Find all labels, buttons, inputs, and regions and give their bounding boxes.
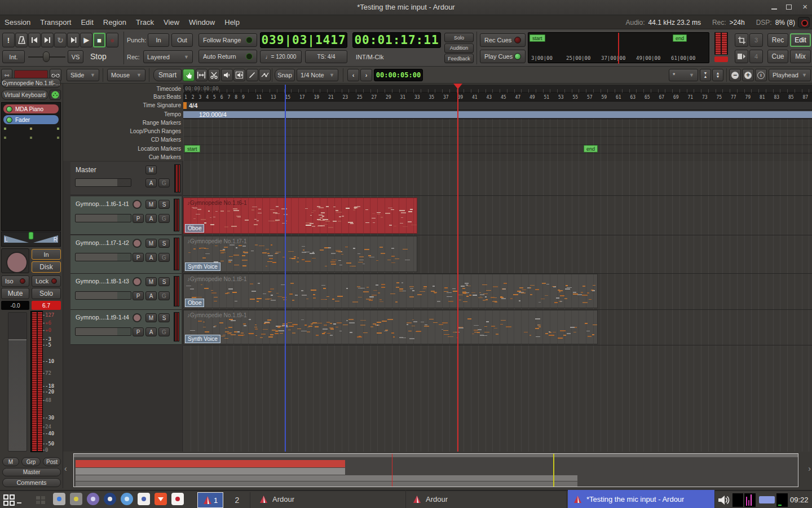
monitor-solo-button[interactable]: Solo: [444, 33, 474, 42]
ruler-label-range-markers[interactable]: Range Markers: [63, 120, 181, 126]
close-icon[interactable]: ×: [802, 2, 807, 11]
follow-range-button[interactable]: Follow Range: [198, 33, 257, 47]
task-window-2[interactable]: Ardour: [407, 490, 567, 508]
strip-track-name[interactable]: Gymnopedie No.1.t6-...: [1, 78, 61, 88]
ruler-label-loop-punch-ranges[interactable]: Loop/Punch Ranges: [63, 128, 181, 134]
ruler-label-bars-beats[interactable]: Bars:Beats: [63, 94, 181, 100]
track-mute-button[interactable]: M: [145, 200, 157, 209]
summary-scroll-left-icon[interactable]: ‹: [64, 464, 67, 473]
ruler-label-tempo[interactable]: Tempo: [63, 111, 181, 117]
panner[interactable]: L R: [1, 231, 61, 247]
mix-page-button[interactable]: Mix: [790, 50, 811, 63]
meter-post-button[interactable]: Post: [43, 457, 61, 466]
track-name[interactable]: Gymnop....1.t8-1-t3: [76, 278, 129, 284]
rec-mode-dropdown[interactable]: Layered▼: [143, 50, 193, 63]
marker-rulers[interactable]: [183, 119, 812, 161]
launcher-document-icon[interactable]: [138, 493, 150, 505]
track-automation-button[interactable]: A: [145, 253, 157, 262]
volume-icon[interactable]: [717, 494, 731, 506]
ruler-label-location-markers[interactable]: Location Markers: [63, 146, 181, 152]
tool-timefx-button[interactable]: [233, 69, 245, 81]
mini-end-marker[interactable]: end: [673, 34, 687, 42]
strip-view-button[interactable]: [735, 50, 748, 63]
track-solo-button[interactable]: S: [158, 313, 170, 322]
track-solo-button[interactable]: S: [158, 200, 170, 209]
monitor-audition-button[interactable]: Audition: [444, 43, 474, 53]
zoom-out-button[interactable]: −: [729, 69, 741, 81]
tool-cut-button[interactable]: [208, 69, 220, 81]
goto-end-button[interactable]: [41, 33, 54, 47]
track-header-t6[interactable]: Gymnop....1.t6-1-t1MSPAG: [70, 196, 182, 235]
title-bar[interactable]: *Testing the mic input - Ardour ×: [0, 0, 812, 15]
track-rec-enable-button[interactable]: [133, 200, 142, 209]
maximize-icon[interactable]: [786, 5, 792, 10]
peak-display[interactable]: 6.7: [32, 301, 61, 310]
tool-edit-button[interactable]: [259, 69, 271, 81]
marker-dropdown[interactable]: *▼: [669, 69, 698, 81]
workspace-1-button[interactable]: 1: [197, 492, 223, 508]
comments-button[interactable]: Comments: [2, 478, 61, 487]
pager-icon[interactable]: [36, 496, 45, 504]
marker-tool-button[interactable]: [735, 33, 748, 47]
edit-mode-dropdown[interactable]: Slide▼: [67, 69, 99, 81]
menu-item-region[interactable]: Region: [103, 18, 126, 27]
virtual-keyboard-button[interactable]: Virtual Keyboard: [1, 90, 48, 100]
launcher-chromium-icon[interactable]: [121, 493, 133, 505]
track-fader[interactable]: [75, 253, 131, 261]
region-chip-synth-voice[interactable]: Synth Voice: [185, 335, 220, 343]
track-automation-button[interactable]: A: [145, 327, 157, 336]
processor-box[interactable]: MDA PianoFader: [1, 102, 61, 231]
play-range-button[interactable]: [67, 33, 80, 47]
track-rec-enable-button[interactable]: [133, 239, 142, 248]
track-playlist-button[interactable]: P: [133, 327, 144, 336]
midi-panic-button[interactable]: !: [2, 33, 15, 47]
snap-button[interactable]: Snap: [275, 69, 295, 81]
mini-timeline[interactable]: start end 3|00|0025|00|0037|00|0049|00|0…: [528, 32, 709, 63]
nudge-forward-button[interactable]: ›: [360, 69, 372, 81]
group-button[interactable]: Grp: [21, 457, 41, 466]
menu-item-help[interactable]: Help: [224, 18, 240, 27]
processor-mda-piano[interactable]: MDA Piano: [3, 104, 59, 113]
page-3-button[interactable]: 3: [749, 33, 763, 47]
track-group-button[interactable]: G: [158, 327, 170, 336]
punch-in-button[interactable]: In: [148, 33, 169, 47]
auto-return-button[interactable]: Auto Return: [198, 50, 257, 63]
launcher-browser-dark-icon[interactable]: [104, 493, 116, 505]
menu-item-edit[interactable]: Edit: [81, 18, 93, 27]
region-chip-oboe[interactable]: Oboe: [185, 299, 204, 307]
workspace-2-button[interactable]: 2: [224, 492, 250, 508]
solo-iso-button[interactable]: Iso: [1, 275, 29, 287]
launcher-browser-purple-icon[interactable]: [87, 493, 99, 505]
midi-region-t6[interactable]: ♪Gymnopedie No.1.t6-1Oboe: [183, 198, 417, 234]
track-group-button[interactable]: G: [158, 214, 170, 223]
track-header-t7[interactable]: Gymnop....1.t7-1-t2MSPAG: [70, 235, 182, 274]
track-automation-button[interactable]: A: [145, 214, 157, 223]
track-automation-button[interactable]: A: [145, 291, 157, 300]
track-playlist-button[interactable]: P: [133, 214, 144, 223]
track-name[interactable]: Gymnop....1.t9-1-t4: [76, 314, 129, 321]
region-chip-synth-voice[interactable]: Synth Voice: [185, 262, 220, 271]
solo-button[interactable]: Solo: [32, 288, 61, 299]
timesig-ruler[interactable]: 4/4: [183, 102, 812, 110]
timecode-ruler[interactable]: 00:00:00:00: [183, 85, 812, 93]
tempo-band[interactable]: [183, 111, 812, 118]
rec-page-button[interactable]: Rec: [767, 33, 788, 47]
nudge-clock[interactable]: 00:00:05:00: [374, 69, 423, 81]
tool-draw-button[interactable]: [246, 69, 258, 81]
loop-button[interactable]: ↻: [54, 33, 67, 47]
track-mute-button[interactable]: M: [145, 165, 157, 174]
play-cues-button[interactable]: Play Cues: [480, 50, 526, 63]
menu-item-track[interactable]: Track: [136, 18, 154, 27]
menu-item-transport[interactable]: Transport: [40, 18, 71, 27]
timesig-button[interactable]: TS: 4/4: [305, 50, 347, 63]
track-rec-enable-button[interactable]: [133, 313, 142, 322]
track-group-button[interactable]: G: [158, 178, 170, 187]
app-menu-icon[interactable]: [3, 494, 15, 506]
status-blue-applet[interactable]: [759, 496, 775, 503]
page-4-button[interactable]: 4: [749, 50, 763, 63]
track-mute-button[interactable]: M: [145, 239, 157, 248]
edit-page-button[interactable]: Edit: [790, 33, 811, 47]
tool-audition-button[interactable]: [221, 69, 233, 81]
cue-page-button[interactable]: Cue: [767, 50, 788, 63]
ruler-label-time-signature[interactable]: Time Signature: [63, 102, 181, 108]
